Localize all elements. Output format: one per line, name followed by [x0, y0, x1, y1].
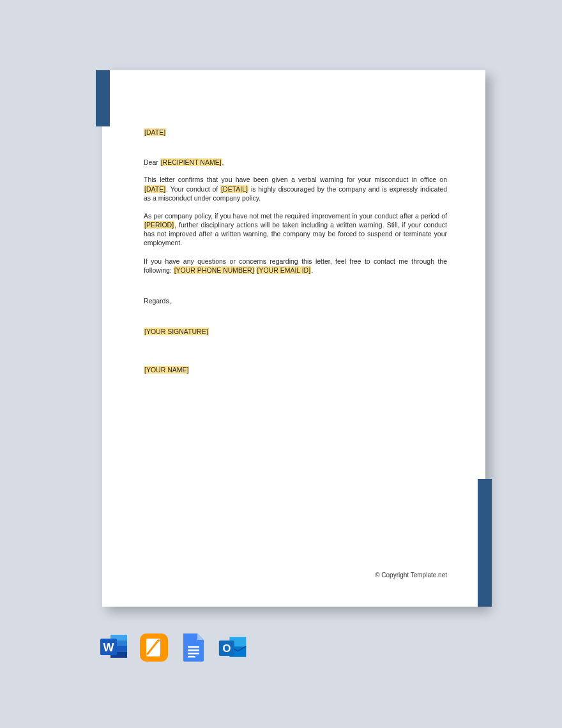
outlook-icon[interactable]: O: [218, 632, 248, 663]
greeting-suffix: ,: [222, 158, 224, 166]
accent-bar-top: [96, 70, 110, 126]
copyright-text: © Copyright Template.net: [375, 572, 447, 579]
pages-icon[interactable]: [139, 632, 169, 663]
paragraph-1: This letter confirms that you have been …: [144, 175, 447, 202]
p2-text-b: , further disciplinary actions will be t…: [144, 221, 447, 246]
p3-text-b: .: [311, 266, 313, 274]
signature-placeholder: [YOUR SIGNATURE]: [144, 328, 209, 335]
your-name-placeholder: [YOUR NAME]: [144, 366, 189, 374]
letter-content: [DATE] Dear [RECIPIENT NAME], This lette…: [144, 128, 447, 576]
regards-line: Regards,: [144, 296, 447, 305]
your-name-line: [YOUR NAME]: [144, 365, 447, 374]
p1-date-placeholder: [DATE]: [144, 185, 166, 193]
p1-text-a: This letter confirms that you have been …: [144, 176, 447, 183]
p1-detail-placeholder: [DETAIL]: [220, 185, 248, 193]
svg-text:O: O: [222, 642, 231, 655]
p1-text-b: . Your conduct of: [166, 185, 220, 193]
document-page: [DATE] Dear [RECIPIENT NAME], This lette…: [102, 70, 485, 607]
signature-line: [YOUR SIGNATURE]: [144, 327, 447, 336]
date-placeholder: [DATE]: [144, 128, 166, 136]
greeting-line: Dear [RECIPIENT NAME],: [144, 158, 447, 167]
svg-text:W: W: [103, 641, 114, 654]
svg-rect-10: [188, 649, 199, 651]
greeting-prefix: Dear: [144, 158, 160, 166]
svg-rect-9: [188, 646, 199, 648]
date-line: [DATE]: [144, 128, 447, 137]
svg-rect-12: [188, 656, 195, 658]
p3-email-placeholder: [YOUR EMAIL ID]: [256, 266, 311, 274]
recipient-placeholder: [RECIPIENT NAME]: [160, 158, 222, 166]
word-icon[interactable]: W: [99, 632, 130, 663]
accent-bar-bottom: [478, 479, 492, 607]
p2-period-placeholder: [PERIOD]: [144, 221, 174, 229]
p3-phone-placeholder: [YOUR PHONE NUMBER]: [174, 266, 255, 274]
svg-point-8: [157, 639, 160, 642]
google-docs-icon[interactable]: [178, 632, 209, 663]
p2-text-a: As per company policy, if you have not m…: [144, 212, 447, 220]
paragraph-2: As per company policy, if you have not m…: [144, 211, 447, 248]
svg-rect-11: [188, 653, 199, 655]
app-icon-row: W O: [99, 632, 248, 663]
paragraph-3: If you have any questions or concerns re…: [144, 257, 447, 275]
